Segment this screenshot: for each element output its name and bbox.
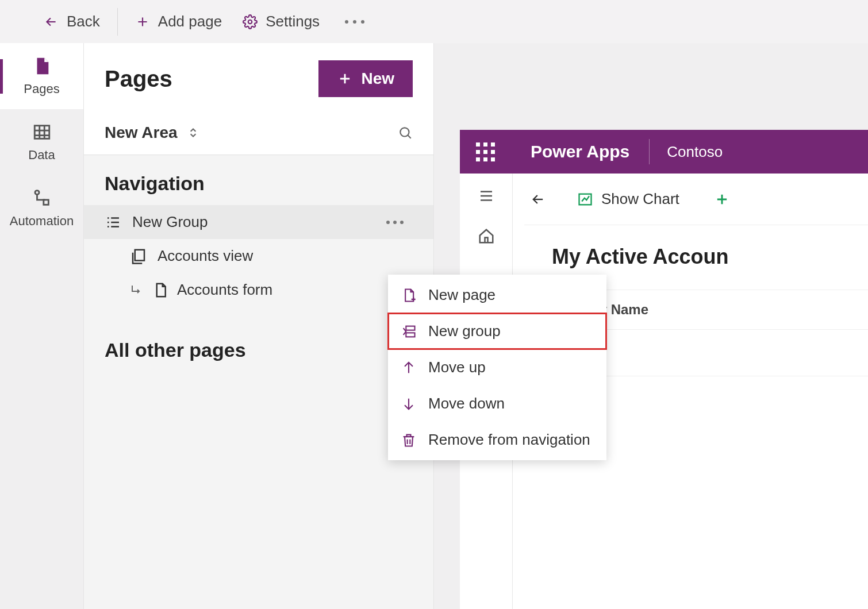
back-label: Back — [67, 13, 100, 30]
sort-icon — [186, 125, 201, 140]
new-group-icon — [401, 323, 417, 340]
ctx-label: Move down — [428, 395, 505, 413]
rail-automation[interactable]: Automation — [0, 175, 83, 241]
context-menu: New page New group Move up Move down Rem… — [388, 275, 606, 460]
new-btn-label: New — [361, 70, 394, 88]
svg-rect-5 — [135, 249, 144, 260]
page-outline-icon — [152, 282, 169, 299]
preview-toolbar: Show Chart — [524, 174, 868, 225]
rail-data-label: Data — [28, 148, 55, 163]
plus-icon — [337, 71, 353, 87]
add-page-label: Add page — [158, 13, 222, 30]
back-arrow-icon[interactable] — [530, 191, 546, 207]
nav-item-accounts-form[interactable]: Accounts form — [84, 273, 433, 307]
page-icon — [32, 56, 52, 76]
all-other-heading: All other pages — [84, 307, 433, 372]
rail-pages[interactable]: Pages — [0, 43, 83, 109]
nav-item-label: Accounts form — [177, 281, 272, 299]
gear-icon — [243, 14, 258, 29]
ctx-remove[interactable]: Remove from navigation — [388, 422, 606, 458]
area-selector[interactable]: New Area — [84, 111, 433, 155]
panel-header: Pages New — [84, 43, 433, 111]
settings-label: Settings — [266, 13, 320, 30]
svg-rect-1 — [34, 125, 49, 138]
left-rail: Pages Data Automation — [0, 43, 83, 241]
top-toolbar: Back Add page Settings — [0, 0, 868, 43]
ctx-label: New page — [428, 286, 496, 304]
ctx-label: Move up — [428, 359, 486, 376]
ctx-new-page[interactable]: New page — [388, 277, 606, 313]
search-icon[interactable] — [398, 125, 413, 140]
ctx-label: Remove from navigation — [428, 431, 590, 449]
navigation-heading: Navigation — [84, 155, 433, 205]
flow-icon — [32, 188, 52, 208]
add-icon[interactable] — [714, 191, 730, 207]
rail-data[interactable]: Data — [0, 109, 83, 175]
table-icon — [32, 122, 52, 142]
svg-point-2 — [34, 190, 39, 194]
ctx-move-up[interactable]: Move up — [388, 349, 606, 386]
app-title: Power Apps — [511, 142, 649, 161]
plus-icon — [135, 14, 150, 29]
rail-automation-label: Automation — [10, 214, 74, 229]
svg-rect-7 — [406, 333, 414, 337]
ctx-label: New group — [428, 322, 501, 340]
environment-name: Contoso — [650, 143, 740, 161]
svg-rect-6 — [406, 326, 414, 330]
ctx-new-group[interactable]: New group — [388, 313, 606, 349]
new-page-icon — [401, 287, 417, 303]
chart-icon — [577, 191, 593, 207]
nav-group[interactable]: New Group — [84, 205, 433, 239]
panel-title: Pages — [105, 66, 172, 92]
stacked-page-icon — [130, 248, 147, 265]
separator — [117, 8, 118, 36]
trash-icon — [401, 432, 417, 448]
rail-pages-label: Pages — [24, 82, 59, 97]
preview-topbar: Power Apps Contoso — [460, 130, 868, 174]
area-name: New Area — [105, 124, 178, 142]
new-button[interactable]: New — [318, 60, 413, 97]
show-chart-label: Show Chart — [601, 190, 679, 208]
svg-point-0 — [248, 20, 252, 24]
settings-button[interactable]: Settings — [233, 8, 329, 35]
group-label: New Group — [132, 213, 208, 231]
app-launcher-icon[interactable] — [460, 142, 511, 161]
home-icon[interactable] — [478, 228, 495, 245]
more-button[interactable] — [345, 20, 364, 24]
svg-point-4 — [400, 128, 409, 136]
back-button[interactable]: Back — [34, 8, 109, 35]
arrow-left-icon — [44, 14, 59, 29]
nav-item-accounts-view[interactable]: Accounts view — [84, 239, 433, 273]
pages-panel: Pages New New Area Navigation New Group … — [83, 43, 434, 609]
show-chart-button[interactable]: Show Chart — [577, 190, 679, 208]
group-more-button[interactable] — [386, 221, 413, 224]
subitem-arrow-icon — [130, 283, 144, 297]
add-page-button[interactable]: Add page — [126, 8, 231, 35]
ctx-move-down[interactable]: Move down — [388, 386, 606, 422]
list-icon — [105, 214, 122, 231]
nav-item-label: Accounts view — [158, 247, 253, 265]
arrow-down-icon — [401, 396, 417, 412]
hamburger-icon[interactable] — [478, 187, 495, 205]
arrow-up-icon — [401, 360, 417, 376]
